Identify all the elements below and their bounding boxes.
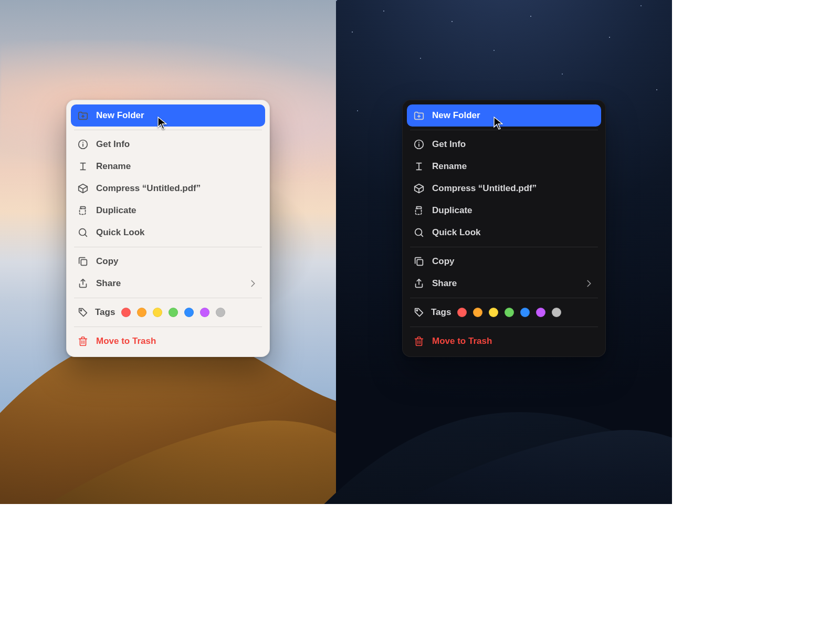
menu-item-label: Copy	[96, 256, 119, 267]
separator	[410, 130, 598, 130]
separator	[410, 247, 598, 247]
duplicate-icon	[413, 205, 425, 216]
trash-icon	[413, 335, 425, 347]
tag-color-yellow[interactable]	[153, 308, 162, 317]
desktop-day: New Folder Get Info Rename Compress “Unt…	[0, 0, 336, 504]
menu-item-label: Quick Look	[432, 227, 481, 238]
menu-item-label: Duplicate	[432, 205, 472, 216]
tag-color-orange[interactable]	[137, 308, 146, 317]
separator	[74, 327, 262, 327]
separator	[74, 247, 262, 247]
menu-item-quick-look[interactable]: Quick Look	[407, 222, 601, 244]
svg-point-1	[82, 142, 83, 143]
menu-item-get-info[interactable]: Get Info	[407, 133, 601, 155]
menu-item-label: Get Info	[96, 139, 130, 150]
svg-rect-2	[80, 208, 86, 214]
chevron-right-icon	[247, 278, 259, 289]
tag-color-gray[interactable]	[216, 308, 225, 317]
text-cursor-icon	[413, 161, 425, 172]
menu-item-label: New Folder	[96, 110, 144, 121]
tag-color-purple[interactable]	[536, 308, 545, 317]
separator	[410, 327, 598, 327]
svg-point-11	[416, 310, 417, 311]
share-icon	[413, 278, 425, 289]
tags-label: Tags	[95, 307, 115, 318]
info-icon	[77, 139, 89, 150]
menu-item-label: Share	[96, 278, 121, 289]
menu-item-label: Quick Look	[96, 227, 145, 238]
copy-icon	[413, 256, 425, 267]
folder-plus-icon	[77, 110, 89, 121]
box-icon	[77, 183, 89, 194]
info-icon	[413, 139, 425, 150]
menu-item-label: Move to Trash	[96, 336, 156, 346]
tag-color-gray[interactable]	[552, 308, 561, 317]
menu-item-get-info[interactable]: Get Info	[71, 133, 265, 155]
svg-rect-8	[416, 208, 422, 214]
tag-color-blue[interactable]	[520, 308, 530, 317]
menu-item-share[interactable]: Share	[71, 272, 265, 295]
menu-item-tags[interactable]: Tags	[71, 301, 265, 323]
chevron-right-icon	[583, 278, 595, 289]
copy-icon	[77, 256, 89, 267]
context-menu-dark: New Folder Get Info Rename Compress “Unt…	[402, 100, 606, 357]
menu-item-quick-look[interactable]: Quick Look	[71, 222, 265, 244]
menu-item-new-folder[interactable]: New Folder	[71, 104, 265, 127]
menu-item-duplicate[interactable]: Duplicate	[71, 200, 265, 222]
menu-item-label: Duplicate	[96, 205, 136, 216]
svg-rect-10	[417, 259, 423, 265]
svg-point-5	[80, 310, 81, 311]
tag-color-blue[interactable]	[184, 308, 194, 317]
menu-item-label: Move to Trash	[432, 336, 492, 346]
separator	[74, 130, 262, 130]
menu-item-copy[interactable]: Copy	[71, 250, 265, 272]
tags-label: Tags	[431, 307, 451, 318]
desktop-night: New Folder Get Info Rename Compress “Unt…	[336, 0, 672, 504]
tag-color-orange[interactable]	[473, 308, 482, 317]
menu-item-label: Compress “Untitled.pdf”	[96, 183, 201, 194]
tag-icon	[77, 307, 89, 318]
svg-rect-4	[81, 259, 87, 265]
tag-icon	[413, 307, 425, 318]
folder-plus-icon	[413, 110, 425, 121]
menu-item-copy[interactable]: Copy	[407, 250, 601, 272]
context-menu-light: New Folder Get Info Rename Compress “Unt…	[66, 100, 270, 357]
svg-point-7	[418, 142, 419, 143]
menu-item-label: New Folder	[432, 110, 480, 121]
menu-item-tags[interactable]: Tags	[407, 301, 601, 323]
menu-item-duplicate[interactable]: Duplicate	[407, 200, 601, 222]
menu-item-rename[interactable]: Rename	[71, 155, 265, 177]
text-cursor-icon	[77, 161, 89, 172]
search-icon	[413, 227, 425, 238]
tag-color-green[interactable]	[505, 308, 514, 317]
tag-color-yellow[interactable]	[489, 308, 498, 317]
separator	[74, 298, 262, 298]
menu-item-label: Get Info	[432, 139, 466, 150]
menu-item-compress[interactable]: Compress “Untitled.pdf”	[407, 177, 601, 200]
menu-item-share[interactable]: Share	[407, 272, 601, 295]
separator	[410, 298, 598, 298]
menu-item-label: Compress “Untitled.pdf”	[432, 183, 537, 194]
tag-color-green[interactable]	[169, 308, 178, 317]
box-icon	[413, 183, 425, 194]
share-icon	[77, 278, 89, 289]
menu-item-label: Share	[432, 278, 457, 289]
menu-item-rename[interactable]: Rename	[407, 155, 601, 177]
menu-item-trash[interactable]: Move to Trash	[407, 330, 601, 352]
menu-item-label: Copy	[432, 256, 455, 267]
tag-color-red[interactable]	[457, 308, 467, 317]
search-icon	[77, 227, 89, 238]
menu-item-compress[interactable]: Compress “Untitled.pdf”	[71, 177, 265, 200]
trash-icon	[77, 335, 89, 347]
duplicate-icon	[77, 205, 89, 216]
menu-item-new-folder[interactable]: New Folder	[407, 104, 601, 127]
tag-color-purple[interactable]	[200, 308, 209, 317]
menu-item-label: Rename	[432, 161, 467, 172]
tag-color-red[interactable]	[121, 308, 131, 317]
menu-item-label: Rename	[96, 161, 131, 172]
menu-item-trash[interactable]: Move to Trash	[71, 330, 265, 352]
